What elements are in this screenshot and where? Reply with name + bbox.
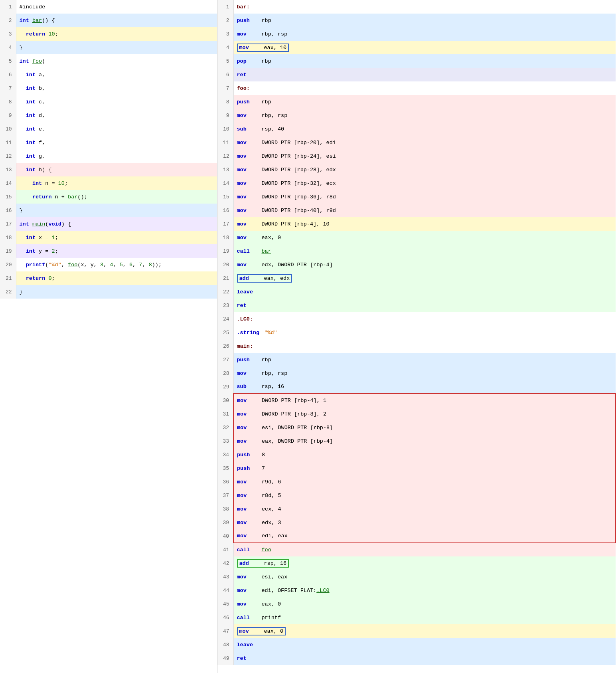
left-line-16: 16}: [0, 204, 217, 217]
right-line-11: 11movDWORD PTR [rbp-20], edi: [217, 136, 616, 149]
asm-content: moveax, DWORD PTR [rbp-4]: [233, 434, 616, 448]
asm-content: .string"%d": [233, 326, 616, 339]
asm-content: pushrbp: [233, 95, 616, 109]
asm-mnemonic: call: [237, 615, 257, 621]
line-number: 30: [217, 394, 233, 407]
line-number: 46: [217, 611, 233, 624]
asm-operand: eax, 0: [257, 601, 281, 607]
asm-content: push7: [233, 461, 616, 475]
line-number: 49: [217, 651, 233, 665]
left-line-9: 9 int d,: [0, 109, 217, 122]
line-number: 41: [217, 543, 233, 556]
code-content: int c,: [16, 95, 217, 109]
right-line-41: 41callfoo: [217, 543, 616, 556]
asm-mnemonic: mov: [239, 628, 259, 634]
asm-mnemonic: mov: [237, 601, 257, 607]
line-number: 3: [0, 27, 16, 41]
asm-operand: DWORD PTR [rbp-8], 2: [257, 411, 326, 417]
line-number: 18: [217, 231, 233, 244]
right-line-18: 18moveax, 0: [217, 231, 616, 244]
asm-operand: DWORD PTR [rbp-4], 1: [257, 398, 326, 404]
left-line-13: 13 int h) {: [0, 163, 217, 176]
right-line-5: 5poprbp: [217, 54, 616, 68]
line-number: 21: [217, 271, 233, 285]
asm-operand: rbp, rsp: [257, 370, 288, 376]
asm-content: leave: [233, 638, 616, 651]
asm-operand: bar: [257, 248, 271, 254]
line-number: 20: [0, 258, 16, 271]
right-line-30: 30movDWORD PTR [rbp-4], 1: [217, 394, 616, 407]
asm-operand: DWORD PTR [rbp-40], r9d: [257, 208, 336, 214]
right-line-37: 37movr8d, 5: [217, 489, 616, 502]
asm-operand: esi, eax: [257, 574, 288, 580]
asm-mnemonic: push: [237, 452, 257, 458]
asm-content: movDWORD PTR [rbp-8], 2: [233, 407, 616, 421]
asm-mnemonic: push: [237, 465, 257, 471]
asm-mnemonic: mov: [237, 153, 257, 159]
asm-mnemonic: mov: [239, 45, 259, 51]
right-line-44: 44movedi, OFFSET FLAT:.LC0: [217, 584, 616, 597]
line-number: 44: [217, 584, 233, 597]
right-pane: 1bar:2pushrbp3movrbp, rsp4moveax, 105pop…: [217, 0, 616, 673]
right-line-47: 47moveax, 0: [217, 624, 616, 638]
line-number: 13: [0, 163, 16, 176]
asm-content: subrsp, 16: [233, 380, 616, 394]
asm-content: poprbp: [233, 54, 616, 68]
asm-content: moveax, 10: [233, 41, 616, 54]
right-line-9: 9movrbp, rsp: [217, 109, 616, 122]
asm-content: callbar: [233, 244, 616, 258]
code-content: return 0;: [16, 271, 217, 285]
asm-content: pushrbp: [233, 353, 616, 366]
asm-operand: rbp: [257, 58, 271, 64]
asm-content: foo:: [233, 81, 616, 95]
right-line-29: 29subrsp, 16: [217, 380, 616, 394]
right-line-22: 22leave: [217, 285, 616, 299]
asm-content: main:: [233, 339, 616, 353]
left-line-17: 17int main(void) {: [0, 217, 217, 231]
asm-content: movrbp, rsp: [233, 366, 616, 380]
line-number: 4: [0, 41, 16, 54]
code-content: int d,: [16, 109, 217, 122]
asm-content: addeax, edx: [233, 271, 616, 285]
line-number: 27: [217, 353, 233, 366]
asm-mnemonic: mov: [237, 574, 257, 580]
asm-mnemonic: call: [237, 248, 257, 254]
asm-mnemonic: sub: [237, 384, 257, 390]
asm-content: movDWORD PTR [rbp-28], edx: [233, 163, 616, 176]
asm-content: movrbp, rsp: [233, 27, 616, 41]
code-content: int bar() {: [16, 14, 217, 27]
asm-operand: "%d": [259, 330, 277, 336]
line-number: 23: [217, 299, 233, 312]
right-line-7: 7foo:: [217, 81, 616, 95]
left-line-5: 5int foo(: [0, 54, 217, 68]
asm-operand: rbp, rsp: [257, 31, 288, 37]
asm-content: ret: [233, 651, 616, 665]
asm-label: .LC0:: [237, 316, 253, 322]
line-number: 18: [0, 231, 16, 244]
line-number: 8: [217, 95, 233, 109]
right-line-46: 46callprintf: [217, 611, 616, 624]
left-line-18: 18 int x = 1;: [0, 231, 217, 244]
asm-content: addrsp, 16: [233, 556, 616, 570]
asm-operand: DWORD PTR [rbp-24], esi: [257, 153, 336, 159]
line-number: 6: [0, 68, 16, 81]
asm-operand: DWORD PTR [rbp-4], 10: [257, 221, 330, 227]
asm-mnemonic: mov: [237, 113, 257, 119]
line-number: 12: [217, 149, 233, 163]
asm-content: push8: [233, 448, 616, 461]
asm-content: movesi, eax: [233, 570, 616, 584]
asm-operand: eax, 0: [259, 628, 284, 634]
code-content: int h) {: [16, 163, 217, 176]
asm-content: pushrbp: [233, 14, 616, 27]
asm-operand: foo: [257, 547, 271, 553]
asm-operand: DWORD PTR [rbp-28], edx: [257, 167, 336, 173]
line-number: 26: [217, 339, 233, 353]
code-content: int n = 10;: [16, 176, 217, 190]
line-number: 17: [217, 217, 233, 231]
right-line-19: 19callbar: [217, 244, 616, 258]
left-line-4: 4}: [0, 41, 217, 54]
code-content: #include: [16, 0, 217, 14]
right-code-table: 1bar:2pushrbp3movrbp, rsp4moveax, 105pop…: [217, 0, 616, 665]
asm-content: movedi, OFFSET FLAT:.LC0: [233, 584, 616, 597]
right-line-35: 35push7: [217, 461, 616, 475]
